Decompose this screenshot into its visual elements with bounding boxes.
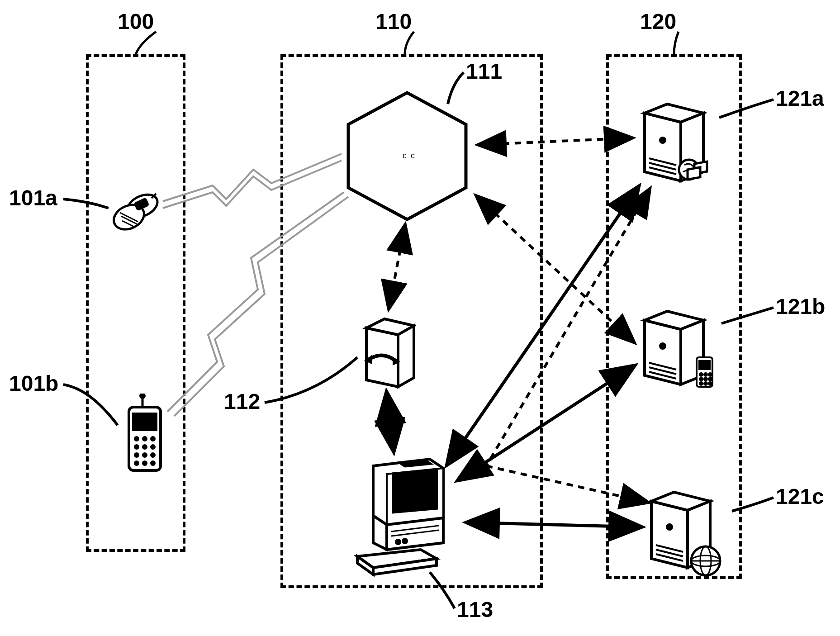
svg-point-10 (141, 394, 144, 398)
svg-point-52 (709, 378, 712, 380)
svg-point-50 (700, 378, 702, 380)
svg-point-33 (660, 138, 665, 142)
svg-rect-28 (394, 470, 437, 512)
server-b-icon (638, 308, 719, 394)
svg-point-13 (150, 436, 156, 441)
label-101a: 101a (9, 185, 57, 210)
svg-point-31 (396, 540, 400, 544)
svg-point-49 (709, 373, 712, 376)
svg-point-48 (704, 373, 707, 376)
network-diagram: 100 110 120 101a 101b 111 112 113 121a 1… (0, 0, 840, 636)
svg-point-20 (134, 460, 139, 466)
svg-point-40 (660, 344, 665, 348)
label-121b: 121b (776, 294, 825, 319)
label-110: 110 (375, 9, 412, 34)
svg-point-54 (704, 382, 707, 385)
svg-point-14 (134, 444, 139, 450)
label-101b: 101b (9, 371, 58, 396)
label-121c: 121c (776, 484, 824, 509)
svg-point-12 (142, 436, 147, 441)
hexagon-icon: c c (339, 88, 475, 224)
svg-point-51 (704, 378, 707, 380)
svg-point-22 (150, 460, 156, 466)
svg-point-21 (142, 460, 147, 466)
svg-point-19 (150, 452, 156, 458)
svg-point-55 (709, 382, 712, 385)
svg-point-11 (134, 436, 139, 441)
svg-point-18 (142, 452, 147, 458)
label-121a: 121a (776, 86, 824, 111)
flip-phone-icon (109, 185, 163, 235)
svg-point-17 (134, 452, 139, 458)
svg-point-47 (700, 373, 702, 376)
svg-point-56 (667, 525, 672, 529)
svg-point-53 (700, 382, 702, 385)
svg-point-16 (150, 444, 156, 450)
svg-rect-39 (688, 167, 700, 180)
cell-phone-icon (118, 394, 167, 475)
server-c-icon (645, 489, 731, 579)
server-a-icon (636, 100, 717, 190)
label-120: 120 (640, 9, 676, 34)
svg-text:c: c (411, 151, 415, 160)
svg-point-32 (403, 539, 407, 543)
svg-text:c: c (403, 151, 407, 160)
svg-point-15 (142, 444, 147, 450)
label-112: 112 (224, 389, 260, 414)
group-100-box (86, 54, 185, 552)
label-111: 111 (466, 59, 502, 84)
storage-box-icon (357, 312, 416, 389)
svg-rect-8 (133, 414, 156, 430)
computer-icon (353, 452, 466, 579)
label-100: 100 (118, 9, 154, 34)
label-113: 113 (457, 597, 493, 622)
svg-rect-45 (699, 361, 710, 369)
svg-marker-23 (348, 93, 466, 219)
